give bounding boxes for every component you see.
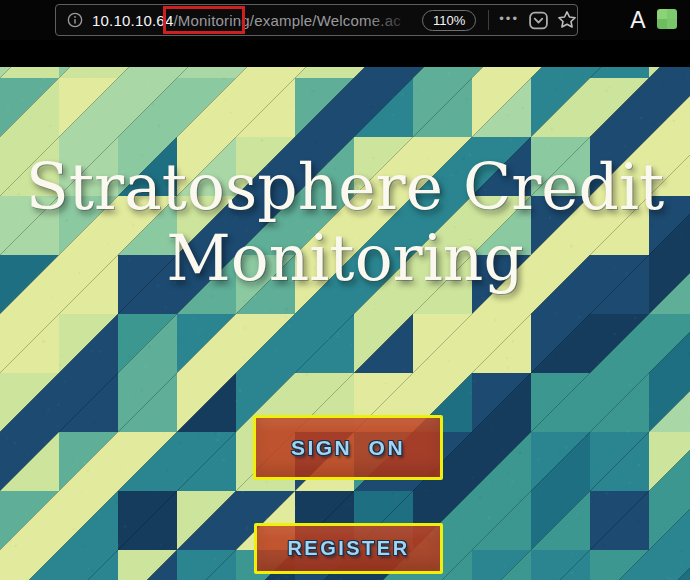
page-content: Stratosphere Credit Monitoring SIGN ON R…: [0, 40, 690, 580]
extension-grid-cell: [667, 19, 677, 29]
extension-grid-cell: [657, 9, 667, 19]
url-bar[interactable]: 10.10.10.64/Monitoring/example/Welcome.a…: [55, 4, 578, 36]
url-host: 10.10.10.64: [92, 12, 173, 29]
zoom-level-badge[interactable]: 110%: [422, 10, 476, 31]
page-title: Stratosphere Credit Monitoring: [0, 152, 690, 294]
extension-button-a[interactable]: A: [626, 5, 650, 35]
urlbar-separator: [488, 10, 489, 30]
register-button[interactable]: REGISTER: [254, 523, 443, 574]
extension-grid-icon[interactable]: [657, 9, 677, 29]
bookmark-star-icon[interactable]: [557, 10, 577, 30]
screenshot-root: { "browser": { "url": { "host": "10.10.1…: [0, 0, 690, 580]
extension-grid-cell: [667, 9, 677, 19]
url-text[interactable]: 10.10.10.64/Monitoring/example/Welcome.a…: [92, 12, 422, 29]
extension-grid-cell: [657, 19, 667, 29]
browser-toolbar: 10.10.10.64/Monitoring/example/Welcome.a…: [0, 0, 690, 40]
site-info-icon[interactable]: [66, 11, 84, 29]
sign-on-button[interactable]: SIGN ON: [253, 415, 443, 480]
page-title-line2: Monitoring: [0, 223, 690, 294]
page-title-line1: Stratosphere Credit: [0, 152, 690, 223]
pocket-save-icon[interactable]: [528, 10, 549, 31]
page-actions-icon[interactable]: •••: [499, 11, 519, 26]
triangle-pattern-background: [0, 67, 690, 580]
annotation-highlight-box: [163, 6, 245, 34]
